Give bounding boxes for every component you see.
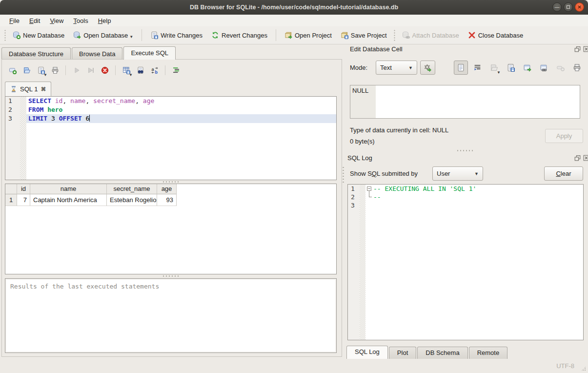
resize-grip[interactable] xyxy=(580,365,587,372)
table-cell[interactable]: 7 xyxy=(17,194,30,206)
log-line[interactable]: -- EXECUTING ALL IN 'SQL 1' xyxy=(373,185,583,193)
dock-tab-db-schema[interactable]: DB Schema xyxy=(417,347,467,359)
table-cell[interactable]: Esteban Rogelios xyxy=(107,194,157,206)
column-header-name[interactable]: name xyxy=(30,184,107,194)
save-project-button[interactable]: Save Project xyxy=(336,29,391,41)
close-tab-icon[interactable]: ✖ xyxy=(41,85,46,93)
execute-all-button[interactable] xyxy=(70,63,83,77)
sql-log-view[interactable]: 123 − -- EXECUTING ALL IN 'SQL 1'-- xyxy=(347,184,584,340)
panel-splitter[interactable] xyxy=(342,166,345,183)
submitted-by-value: User xyxy=(437,170,450,177)
save-sql-file-button[interactable]: ▼ xyxy=(34,63,47,77)
tab-browse-data[interactable]: Browse Data xyxy=(72,47,122,60)
column-header-secret_name[interactable]: secret_name xyxy=(107,184,157,194)
tab-execute-sql[interactable]: Execute SQL xyxy=(123,46,176,60)
new-database-button[interactable]: New Database xyxy=(8,29,69,41)
print-sql-button[interactable] xyxy=(48,63,61,77)
menu-edit[interactable]: Edit xyxy=(25,16,44,25)
log-text-area[interactable]: -- EXECUTING ALL IN 'SQL 1'-- xyxy=(373,185,583,340)
log-fold-margin[interactable]: − xyxy=(365,185,373,340)
cell-type-text: Type of data currently in cell: NULL xyxy=(350,126,448,134)
revert-changes-icon xyxy=(211,31,219,39)
menu-help[interactable]: Help xyxy=(94,16,116,25)
export-data-button[interactable] xyxy=(504,61,518,75)
tab-sql-1[interactable]: SQL 1 ✖ xyxy=(5,82,51,96)
cell-value: NULL xyxy=(352,87,368,94)
open-in-external-button[interactable] xyxy=(520,61,534,75)
open-database-button[interactable]: Open Database▼ xyxy=(69,29,138,41)
replace-icon: ab xyxy=(151,66,159,74)
revert-changes-button[interactable]: Revert Changes xyxy=(207,29,272,41)
results-table[interactable]: idnamesecret_nameage17Captain North Amer… xyxy=(5,184,337,274)
editor-line[interactable]: FROM hero xyxy=(28,105,336,114)
execute-current-line-button[interactable] xyxy=(84,63,97,77)
dropdown-caret-icon: ▼ xyxy=(129,73,133,77)
menu-tools[interactable]: Tools xyxy=(69,16,92,25)
column-header-age[interactable]: age xyxy=(157,184,177,194)
encoding-indicator: UTF-8 xyxy=(556,362,574,370)
dock-tab-sql-log[interactable]: SQL Log xyxy=(346,346,388,359)
find-replace-button[interactable]: ab xyxy=(148,63,161,77)
close-button[interactable]: ✕ xyxy=(575,2,584,12)
line-number: 1 xyxy=(348,185,360,193)
maximize-button[interactable] xyxy=(564,2,573,12)
close-database-button[interactable]: Close Database xyxy=(464,29,528,41)
editor-line[interactable]: LIMIT 3 OFFSET 6 xyxy=(26,114,336,123)
mode-combobox[interactable]: Text ▼ xyxy=(376,61,417,75)
message-placeholder: Results of the last executed statements xyxy=(10,283,159,290)
write-changes-button[interactable]: Write Changes xyxy=(146,29,207,41)
menu-file[interactable]: File xyxy=(5,16,24,25)
auto-mode-button[interactable] xyxy=(420,61,435,75)
cell-value-editor[interactable]: NULL xyxy=(350,85,580,119)
apply-button[interactable]: Apply xyxy=(545,129,583,143)
dock-splitter[interactable] xyxy=(456,149,474,152)
format-sql-button[interactable] xyxy=(169,63,182,77)
mode-value: Text xyxy=(380,64,392,71)
submitted-by-combobox[interactable]: User ▼ xyxy=(432,166,483,181)
hourglass-icon xyxy=(10,85,17,93)
open-project-button[interactable]: Open Project xyxy=(280,29,336,41)
table-message-splitter[interactable] xyxy=(162,275,180,278)
title-bar: DB Browser for SQLite - /home/user/code/… xyxy=(0,0,588,15)
format-icon xyxy=(172,66,180,74)
float-dock-icon[interactable] xyxy=(574,46,581,52)
set-null-button[interactable] xyxy=(553,61,568,75)
editor-line[interactable]: SELECT id, name, secret_name, age xyxy=(28,97,336,105)
row-header[interactable]: 1 xyxy=(5,194,17,206)
open-sql-file-button[interactable] xyxy=(20,63,33,77)
stop-execution-button[interactable] xyxy=(98,63,111,77)
find-button[interactable] xyxy=(134,63,147,77)
column-header-id[interactable]: id xyxy=(17,184,30,194)
toolbar-handle[interactable] xyxy=(393,29,396,41)
close-dock-icon[interactable] xyxy=(583,155,588,161)
save-results-button[interactable]: ▼ xyxy=(120,63,133,77)
print-cell-button[interactable] xyxy=(570,61,584,75)
attach-database-button[interactable]: Attach Database xyxy=(398,29,464,41)
log-line[interactable]: -- xyxy=(373,193,583,201)
word-wrap-button[interactable] xyxy=(470,61,485,75)
editor-code-area[interactable]: SELECT id, name, secret_name, ageFROM he… xyxy=(26,97,336,180)
save-project-icon xyxy=(341,31,348,39)
text-mode-button[interactable] xyxy=(454,61,468,75)
close-dock-icon[interactable] xyxy=(583,46,588,52)
dock-tab-remote[interactable]: Remote xyxy=(469,347,508,359)
execution-message-area[interactable]: Results of the last executed statements xyxy=(5,278,337,353)
minimize-button[interactable]: — xyxy=(552,2,562,12)
table-cell[interactable]: 93 xyxy=(157,194,177,206)
clear-button[interactable]: Clear xyxy=(544,166,583,181)
dock-tab-plot[interactable]: Plot xyxy=(389,347,416,359)
tab-database-structure[interactable]: Database Structure xyxy=(1,47,71,60)
chevron-down-icon: ▼ xyxy=(408,65,413,70)
copy-link-button[interactable] xyxy=(537,61,551,75)
show-sql-label: Show SQL submitted by xyxy=(350,170,418,177)
table-cell[interactable]: Captain North America xyxy=(30,194,107,206)
float-dock-icon[interactable] xyxy=(574,155,581,161)
toolbar-handle[interactable] xyxy=(4,29,6,41)
menu-view[interactable]: View xyxy=(45,16,68,25)
print-icon xyxy=(573,63,581,72)
import-data-button[interactable]: ▼ xyxy=(487,61,501,75)
new-sql-tab-button[interactable] xyxy=(6,63,19,77)
log-line[interactable] xyxy=(373,201,583,209)
fold-collapse-icon[interactable]: − xyxy=(367,186,371,191)
sql-editor[interactable]: 123 SELECT id, name, secret_name, ageFRO… xyxy=(5,96,337,180)
